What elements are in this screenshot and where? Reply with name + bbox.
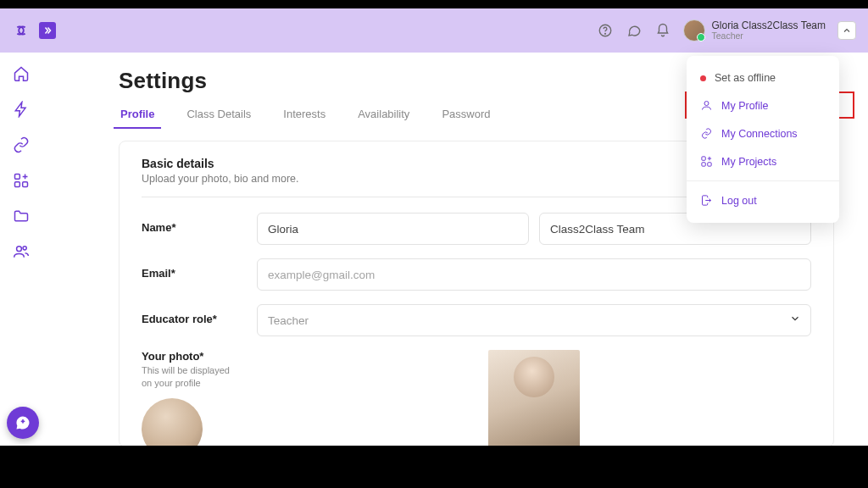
sidebar-expand-button[interactable] — [39, 22, 56, 39]
avatar — [683, 19, 705, 42]
menu-my-connections[interactable]: My Connections — [687, 119, 839, 147]
folder-icon[interactable] — [12, 207, 31, 225]
email-label: Email* — [142, 258, 242, 280]
role-label: Educator role* — [142, 304, 242, 325]
chat-icon[interactable] — [626, 22, 643, 39]
tab-interests[interactable]: Interests — [281, 103, 327, 129]
menu-my-projects[interactable]: My Projects — [687, 147, 839, 175]
svg-point-5 — [17, 247, 22, 252]
svg-rect-8 — [702, 157, 705, 160]
svg-rect-10 — [708, 163, 711, 166]
bell-icon[interactable] — [654, 22, 671, 39]
photo-thumbnail[interactable] — [142, 398, 203, 446]
user-block[interactable]: Gloria Class2Class Team Teacher — [683, 19, 826, 42]
menu-separator — [687, 180, 839, 181]
tab-profile[interactable]: Profile — [119, 103, 156, 129]
photo-label: Your photo* — [142, 350, 242, 363]
tab-availability[interactable]: Availability — [356, 103, 411, 129]
chat-fab[interactable] — [7, 407, 39, 439]
menu-logout[interactable]: Log out — [687, 186, 839, 214]
users-icon[interactable] — [12, 242, 31, 261]
user-dropdown: Set as offline My Profile My Connections… — [687, 56, 839, 223]
grid-plus-icon[interactable] — [12, 171, 31, 190]
role-select[interactable] — [257, 304, 811, 336]
name-label: Name* — [142, 213, 242, 234]
svg-rect-9 — [702, 163, 705, 166]
svg-rect-3 — [15, 182, 20, 187]
email-input[interactable] — [257, 258, 811, 291]
user-role: Teacher — [712, 31, 826, 42]
photo-hint: This will be displayed on your profile — [142, 364, 242, 390]
user-name: Gloria Class2Class Team — [712, 20, 826, 31]
photo-preview — [488, 350, 580, 446]
tab-password[interactable]: Password — [440, 103, 492, 129]
svg-point-1 — [604, 33, 605, 34]
svg-point-6 — [23, 247, 26, 250]
svg-rect-2 — [15, 175, 20, 180]
menu-my-profile[interactable]: My Profile — [687, 92, 839, 119]
menu-set-offline[interactable]: Set as offline — [687, 64, 839, 92]
home-icon[interactable] — [12, 64, 31, 83]
brand-logo — [12, 21, 31, 40]
user-menu-toggle[interactable] — [837, 21, 856, 40]
svg-point-7 — [704, 102, 709, 106]
left-rail — [0, 53, 42, 446]
help-icon[interactable] — [597, 22, 614, 39]
status-dot-icon — [700, 75, 706, 81]
top-bar: Gloria Class2Class Team Teacher — [0, 8, 868, 53]
tab-class-details[interactable]: Class Details — [185, 103, 253, 129]
first-name-input[interactable] — [257, 213, 529, 245]
link-icon[interactable] — [12, 136, 31, 154]
bolt-icon[interactable] — [12, 100, 31, 119]
svg-rect-4 — [23, 182, 28, 187]
